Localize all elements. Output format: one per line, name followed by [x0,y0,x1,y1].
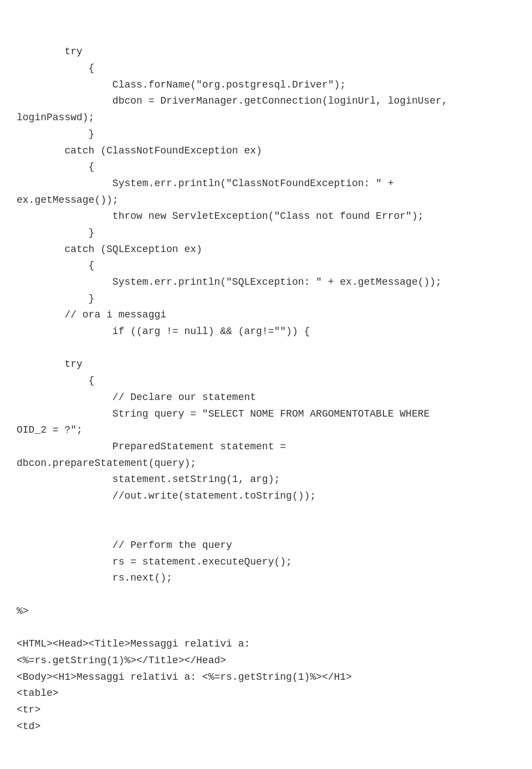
code-line: throw new ServletException("Class not fo… [17,208,515,225]
code-line [17,587,515,603]
code-line: dbcon.prepareStatement(query); [17,455,515,472]
code-line: // ora i messaggi [17,307,515,324]
code-line: PreparedStatement statement = [17,439,515,455]
code-line [17,505,515,521]
code-line: <table> [17,685,515,702]
code-line: } [17,225,515,242]
code-line: try [17,356,515,373]
code-line: System.err.println("ClassNotFoundExcepti… [17,176,515,192]
code-line: loginPasswd); [17,110,515,126]
code-line: statement.setString(1, arg); [17,471,515,488]
code-line: rs.next(); [17,570,515,587]
code-line: OID_2 = ?"; [17,422,515,439]
code-line [17,521,515,537]
code-line: // Perform the query [17,537,515,554]
code-line: catch (ClassNotFoundException ex) [17,143,515,160]
code-line: catch (SQLException ex) [17,242,515,258]
code-line: String query = "SELECT NOME FROM ARGOMEN… [17,406,515,423]
code-line: Class.forName("org.postgresql.Driver"); [17,77,515,94]
code-line: <tr> [17,702,515,719]
code-line: try [17,44,515,60]
code-line: <Body><H1>Messaggi relativi a: <%=rs.get… [17,669,515,686]
code-line: <%=rs.getString(1)%></Title></Head> [17,653,515,669]
code-line: ex.getMessage()); [17,192,515,209]
code-line: <HTML><Head><Title>Messaggi relativi a: [17,636,515,653]
code-line: <td> [17,719,515,735]
code-line: if ((arg != null) && (arg!="")) { [17,324,515,340]
code-line [17,751,515,768]
code-line: { [17,258,515,274]
code-line: // Declare our statement [17,389,515,406]
code-line: //out.write(statement.toString()); [17,488,515,505]
code-display: try { Class.forName("org.postgresql.Driv… [17,11,515,769]
code-line: { [17,373,515,389]
code-line [17,735,515,751]
code-line: rs = statement.executeQuery(); [17,554,515,571]
code-line [17,340,515,357]
code-line: } [17,126,515,143]
code-line: System.err.println("SQLException: " + ex… [17,274,515,291]
code-line: %> [17,603,515,620]
code-line: } [17,291,515,307]
code-line [17,619,515,636]
code-line: dbcon = DriverManager.getConnection(logi… [17,93,515,110]
code-line: { [17,60,515,77]
code-line: { [17,159,515,176]
